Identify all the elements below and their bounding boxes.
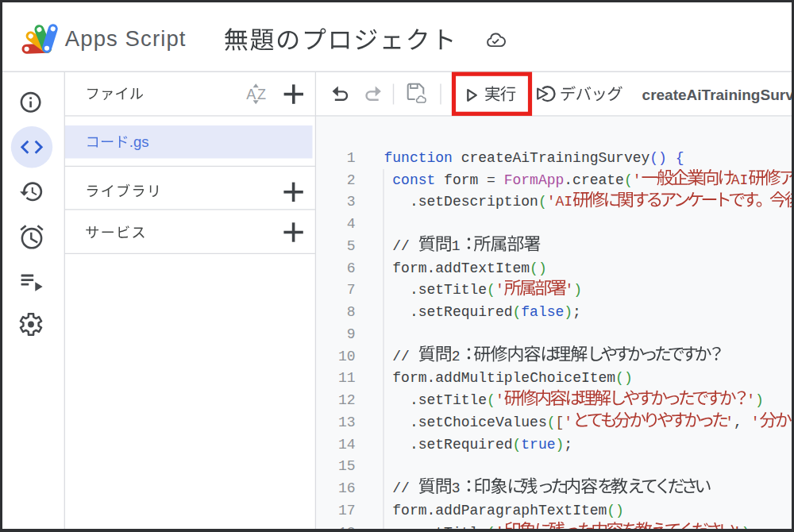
svg-text:(: ( <box>487 392 495 408</box>
svg-text:(: ( <box>624 172 633 188</box>
svg-text://: // <box>392 238 410 254</box>
svg-text:A: A <box>246 87 256 102</box>
svg-text:Apps Script: Apps Script <box>65 26 187 51</box>
svg-text:.setRequired: .setRequired <box>410 304 513 320</box>
svg-text:': ' <box>725 414 734 430</box>
svg-text:Z: Z <box>257 87 266 102</box>
svg-text:': ' <box>565 282 574 298</box>
svg-text:1: 1 <box>347 150 356 166</box>
svg-text:true: true <box>521 437 555 453</box>
svg-text:(: ( <box>547 414 556 430</box>
svg-text:6: 6 <box>347 260 356 276</box>
svg-text:;: ; <box>564 437 572 453</box>
svg-text:15: 15 <box>338 458 356 474</box>
svg-text:': ' <box>564 414 572 430</box>
svg-text:12: 12 <box>338 392 356 408</box>
svg-text:): ) <box>755 392 764 408</box>
svg-text:3: 3 <box>347 194 356 210</box>
svg-text:'AI: 'AI <box>547 194 572 210</box>
svg-text:.setDescription: .setDescription <box>410 194 538 210</box>
svg-text:const: const <box>392 172 435 188</box>
svg-text:(): () <box>607 503 624 519</box>
svg-text:13: 13 <box>338 414 356 430</box>
svg-text:AI: AI <box>731 172 749 188</box>
svg-text:form.addTextItem: form.addTextItem <box>392 260 530 276</box>
svg-text:.setTitle: .setTitle <box>410 282 487 298</box>
svg-text:{: { <box>676 150 684 166</box>
svg-text:): ) <box>564 304 572 320</box>
svg-text:): ) <box>556 437 565 453</box>
svg-text:2: 2 <box>347 172 356 188</box>
svg-text:createAiTrainingSurv: createAiTrainingSurv <box>642 87 794 103</box>
svg-text:FormApp: FormApp <box>504 172 565 188</box>
svg-text:(): () <box>649 150 667 166</box>
svg-text:false: false <box>521 304 564 320</box>
svg-text:form.addMultipleChoiceItem: form.addMultipleChoiceItem <box>392 370 615 386</box>
svg-text:3: 3 <box>452 480 461 496</box>
svg-text://: // <box>392 349 410 364</box>
svg-text:,: , <box>734 414 742 430</box>
svg-text:8: 8 <box>347 304 356 320</box>
svg-text:;: ; <box>572 304 581 320</box>
svg-text:form.addParagraphTextItem: form.addParagraphTextItem <box>392 503 607 519</box>
svg-text:(): () <box>615 370 633 386</box>
svg-text:): ) <box>573 282 582 298</box>
svg-text:(: ( <box>538 194 547 210</box>
svg-text:14: 14 <box>338 437 356 453</box>
svg-text:1: 1 <box>452 238 461 254</box>
svg-text:function: function <box>384 150 453 166</box>
svg-text:17: 17 <box>338 503 356 519</box>
svg-text://: // <box>392 480 410 496</box>
svg-text:': ' <box>751 414 760 430</box>
svg-text:createAiTrainingSurvey: createAiTrainingSurvey <box>461 150 650 166</box>
svg-text:[: [ <box>556 414 565 430</box>
svg-text:16: 16 <box>338 480 356 496</box>
svg-text:.setChoiceValues: .setChoiceValues <box>410 414 547 430</box>
svg-text:': ' <box>746 392 755 408</box>
svg-text:form: form <box>444 172 478 188</box>
svg-text:': ' <box>633 172 642 188</box>
svg-text:.setRequired: .setRequired <box>410 437 513 453</box>
svg-text:5: 5 <box>347 238 356 254</box>
svg-text:7: 7 <box>347 282 356 298</box>
svg-text:.setTitle: .setTitle <box>410 392 487 408</box>
svg-text:(: ( <box>513 437 522 453</box>
svg-text:.gs: .gs <box>129 133 149 150</box>
svg-text:.create: .create <box>564 172 624 188</box>
svg-text:(: ( <box>487 282 495 298</box>
svg-text:9: 9 <box>347 326 356 342</box>
svg-text:4: 4 <box>347 216 356 232</box>
svg-text:': ' <box>495 282 504 298</box>
svg-text:=: = <box>487 172 495 188</box>
svg-text:(): () <box>530 260 547 276</box>
svg-text:10: 10 <box>338 349 356 364</box>
svg-text:': ' <box>495 392 504 408</box>
svg-text:(: ( <box>513 304 522 320</box>
svg-text:2: 2 <box>452 349 461 364</box>
svg-text:11: 11 <box>338 370 356 386</box>
